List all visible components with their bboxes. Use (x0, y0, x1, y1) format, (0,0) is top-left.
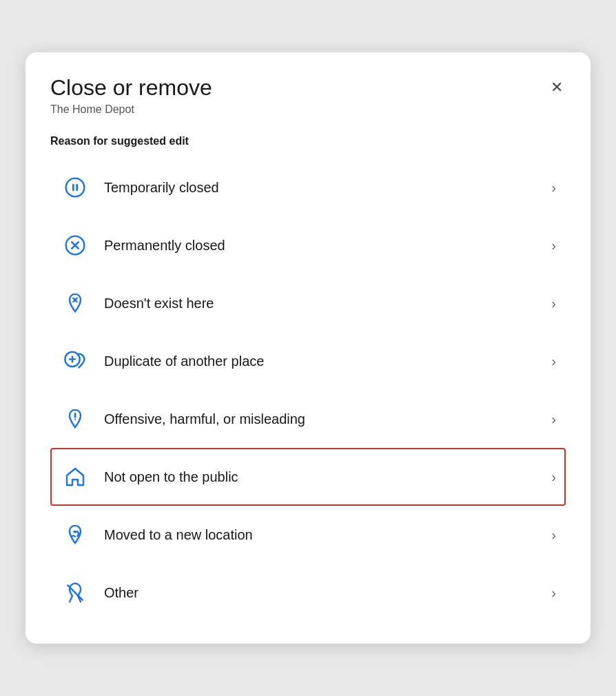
dialog-title: Close or remove (50, 74, 212, 101)
chevron-right-icon: › (551, 180, 556, 196)
location-arrow-icon (60, 520, 90, 550)
home-icon (60, 462, 90, 492)
menu-item-duplicate[interactable]: Duplicate of another place › (50, 332, 566, 390)
menu-item-label: Temporarily closed (104, 180, 546, 196)
dialog-subtitle: The Home Depot (50, 103, 212, 116)
menu-item-doesnt-exist[interactable]: Doesn't exist here › (50, 274, 566, 332)
close-or-remove-dialog: Close or remove The Home Depot ✕ Reason … (25, 52, 591, 644)
dialog-header: Close or remove The Home Depot ✕ (50, 74, 566, 116)
menu-item-other[interactable]: Other › (50, 564, 566, 622)
location-x-icon (60, 288, 90, 318)
x-circle-icon (60, 230, 90, 260)
chevron-right-icon: › (551, 585, 556, 601)
title-group: Close or remove The Home Depot (50, 74, 212, 116)
chevron-right-icon: › (551, 354, 556, 369)
menu-item-moved[interactable]: Moved to a new location › (50, 506, 566, 564)
chevron-right-icon: › (551, 238, 556, 254)
menu-item-label: Duplicate of another place (104, 354, 546, 369)
svg-rect-1 (72, 184, 74, 192)
menu-item-label: Moved to a new location (104, 527, 546, 543)
menu-item-label: Permanently closed (104, 238, 546, 254)
section-label: Reason for suggested edit (50, 135, 566, 147)
menu-item-label: Doesn't exist here (104, 296, 546, 311)
pause-circle-icon (60, 172, 90, 203)
menu-item-label: Other (104, 585, 546, 601)
close-button[interactable]: ✕ (548, 77, 566, 98)
chevron-right-icon: › (551, 411, 556, 427)
chevron-right-icon: › (551, 469, 556, 485)
menu-item-label: Offensive, harmful, or misleading (104, 411, 546, 427)
location-exclaim-icon (60, 404, 90, 434)
menu-list: Temporarily closed › Permanently closed … (50, 158, 566, 622)
location-off-icon (60, 577, 90, 608)
menu-item-offensive[interactable]: Offensive, harmful, or misleading › (50, 390, 566, 448)
chevron-right-icon: › (551, 296, 556, 311)
menu-item-temporarily-closed[interactable]: Temporarily closed › (50, 158, 566, 216)
menu-item-permanently-closed[interactable]: Permanently closed › (50, 216, 566, 274)
svg-point-12 (74, 419, 76, 420)
svg-point-0 (66, 178, 85, 197)
chevron-right-icon: › (551, 527, 556, 543)
location-plus-icon (60, 346, 90, 376)
menu-item-label: Not open to the public (104, 469, 546, 485)
menu-item-not-open-public[interactable]: Not open to the public › (50, 448, 566, 506)
svg-rect-2 (76, 184, 78, 192)
